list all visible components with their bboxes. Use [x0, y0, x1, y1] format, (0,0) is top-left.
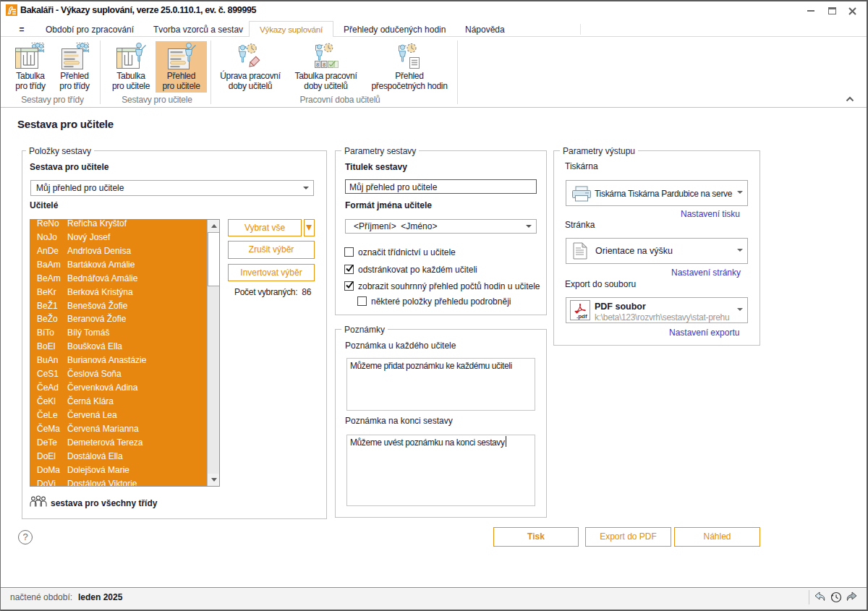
- svg-text:8: 8: [316, 61, 319, 68]
- svg-text:8: 8: [323, 61, 326, 68]
- svg-text:.pdf: .pdf: [576, 313, 587, 320]
